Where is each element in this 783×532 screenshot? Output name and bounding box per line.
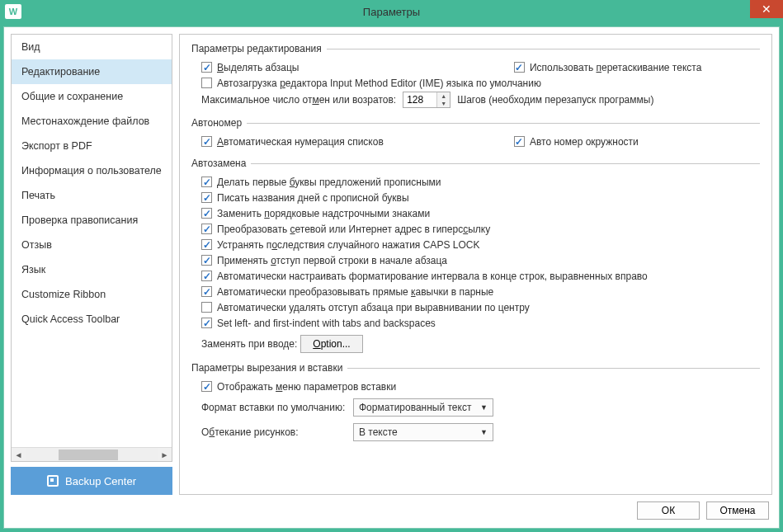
close-button[interactable]: ✕ — [750, 0, 783, 18]
sidebar-item[interactable]: Местонахождение файлов — [12, 109, 172, 134]
group-autocorrect-title: Автозамена — [191, 158, 246, 169]
inner-frame: ВидРедактированиеОбщие и сохранениеМесто… — [3, 26, 780, 529]
wrap-value: В тексте — [359, 426, 398, 438]
group-edit-title: Параметры редактирования — [191, 43, 322, 54]
sidebar-item[interactable]: Язык — [12, 257, 172, 282]
undo-spin-down[interactable]: ▼ — [437, 100, 450, 107]
cb-autocorrect-item[interactable]: Автоматически преобразовывать прямые кав… — [201, 286, 493, 298]
paste-format-select[interactable]: Форматированный текст ▼ — [353, 398, 493, 417]
dropdown-icon: ▼ — [480, 403, 488, 412]
group-edit-params: Параметры редактирования Выделять абзацы — [191, 43, 760, 109]
settings-window: W Параметры ✕ ВидРедактированиеОбщие и с… — [0, 0, 783, 532]
sidebar-item[interactable]: Печать — [12, 183, 172, 208]
ok-button[interactable]: ОК — [637, 501, 700, 520]
sidebar-item[interactable]: Отзыв — [12, 233, 172, 257]
cb-ime-autoload[interactable]: Автозагрузка редактора Input Method Edit… — [201, 78, 541, 89]
replace-on-type-label: Заменять при вводе: — [201, 338, 297, 350]
sidebar-item[interactable]: Quick Access Toolbar — [12, 307, 172, 332]
cb-drag-text[interactable]: Использовать перетаскивание текста — [514, 62, 701, 73]
sidebar-item[interactable]: Информация о пользователе — [12, 158, 172, 183]
backup-center-button[interactable]: Backup Center — [11, 467, 172, 495]
group-autonumber: Автономер Автоматическая нумерация списк… — [191, 117, 760, 149]
scroll-track[interactable] — [26, 448, 158, 462]
cb-show-paste-options[interactable]: Отображать меню параметров вставки — [201, 381, 396, 393]
cb-auto-list-numbering[interactable]: Автоматическая нумерация списков — [201, 136, 384, 148]
cb-autocorrect-item[interactable]: Делать первые буквы предложений прописны… — [201, 177, 441, 188]
undo-input[interactable] — [403, 92, 436, 107]
content-area: ВидРедактированиеОбщие и сохранениеМесто… — [0, 23, 783, 532]
cb-autocorrect-item[interactable]: Автоматически настраивать форматирование… — [201, 271, 648, 282]
sidebar-hscrollbar[interactable]: ◄ ► — [12, 447, 172, 461]
sidebar-item[interactable]: Вид — [12, 35, 172, 59]
titlebar: W Параметры ✕ — [0, 0, 783, 23]
cancel-button[interactable]: Отмена — [706, 501, 769, 520]
group-autocorrect: Автозамена Делать первые буквы предложен… — [191, 158, 760, 354]
cb-autocorrect-item[interactable]: Преобразовать сетевой или Интернет адрес… — [201, 224, 490, 235]
paste-format-label: Формат вставки по умолчанию: — [201, 402, 350, 413]
wrap-select[interactable]: В тексте ▼ — [353, 423, 493, 441]
cb-autocorrect-item[interactable]: Автоматически удалять отступ абзаца при … — [201, 302, 530, 313]
sidebar-item[interactable]: Экспорт в PDF — [12, 134, 172, 158]
window-title: Параметры — [0, 6, 783, 18]
cb-highlight-paragraphs[interactable]: Выделять абзацы — [201, 62, 299, 73]
group-autonumber-title: Автономер — [191, 117, 242, 129]
sidebar-item[interactable]: Проверка правописания — [12, 208, 172, 233]
dialog-footer: ОК Отмена — [11, 495, 772, 521]
cb-autocorrect-item[interactable]: Писать названия дней с прописной буквы — [201, 192, 409, 204]
cb-autocorrect-item[interactable]: Set left- and first-indent with tabs and… — [201, 318, 436, 329]
cb-autocorrect-item[interactable]: Заменить порядковые надстрочными знаками — [201, 208, 430, 219]
dropdown-icon: ▼ — [480, 428, 488, 436]
sidebar-item[interactable]: Редактирование — [12, 59, 172, 84]
scroll-left-button[interactable]: ◄ — [12, 448, 26, 462]
group-cut-paste-title: Параметры вырезания и вставки — [191, 362, 342, 374]
sidebar-item[interactable]: Customize Ribbon — [12, 282, 172, 307]
undo-suffix: Шагов (необходим перезапуск программы) — [457, 94, 653, 106]
sidebar: ВидРедактированиеОбщие и сохранениеМесто… — [11, 34, 172, 495]
cb-autocorrect-item[interactable]: Устранять последствия случайного нажатия… — [201, 239, 479, 251]
undo-label: Максимальное число отмен или возратов: — [201, 94, 396, 106]
scroll-thumb[interactable] — [59, 450, 118, 460]
undo-spinbox[interactable]: ▲ ▼ — [403, 92, 450, 108]
backup-center-label: Backup Center — [65, 475, 136, 487]
wrap-label: Обтекание рисунков: — [201, 426, 350, 438]
paste-format-value: Форматированный текст — [359, 402, 471, 413]
detail-pane: Параметры редактирования Выделять абзацы — [179, 34, 772, 495]
sidebar-list: ВидРедактированиеОбщие и сохранениеМесто… — [11, 34, 172, 462]
scroll-right-button[interactable]: ► — [158, 448, 172, 462]
cb-autocorrect-item[interactable]: Применять отступ первой строки в начале … — [201, 255, 447, 266]
option-button[interactable]: Option... — [300, 335, 362, 353]
undo-spin-up[interactable]: ▲ — [437, 92, 450, 100]
app-icon: W — [5, 4, 21, 19]
group-cut-paste: Параметры вырезания и вставки Отображать… — [191, 362, 760, 442]
backup-icon — [47, 475, 59, 487]
cb-auto-circle-number[interactable]: Авто номер окружности — [514, 136, 639, 148]
main-split: ВидРедактированиеОбщие и сохранениеМесто… — [11, 34, 772, 495]
sidebar-item[interactable]: Общие и сохранение — [12, 84, 172, 109]
